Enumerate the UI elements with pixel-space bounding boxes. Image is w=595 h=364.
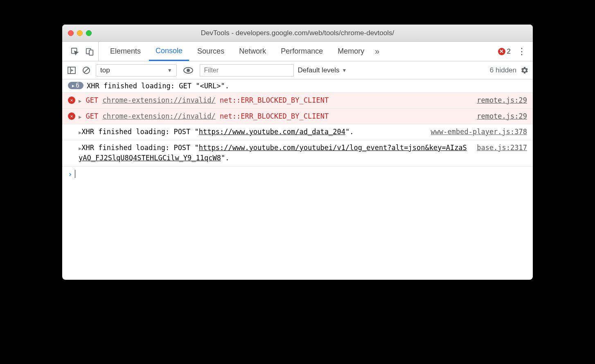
empty-area <box>62 182 533 280</box>
error-message: net::ERR_BLOCKED_BY_CLIENT <box>220 96 329 104</box>
tab-sources[interactable]: Sources <box>191 42 231 61</box>
log-text: ". <box>221 154 229 162</box>
source-link[interactable]: base.js:2317 <box>477 143 527 153</box>
tab-network[interactable]: Network <box>232 42 273 61</box>
error-badge[interactable]: ✕ 2 <box>496 47 513 56</box>
expand-icon[interactable]: ▶ <box>79 98 81 104</box>
error-icon: ✕ <box>68 97 75 104</box>
filter-input[interactable] <box>200 64 294 76</box>
device-toggle-icon[interactable] <box>85 47 94 56</box>
request-url[interactable]: chrome-extension://invalid/ <box>102 112 215 120</box>
http-method: GET <box>86 96 98 104</box>
text-cursor <box>75 170 75 178</box>
clear-console-icon[interactable] <box>81 65 92 76</box>
log-levels-select[interactable]: Default levels ▼ <box>298 66 347 74</box>
log-row-grouped[interactable]: ▶ 6 XHR finished loading: GET "<URL>". <box>62 79 533 93</box>
expand-icon[interactable]: ▶ <box>79 114 81 120</box>
log-text: XHR finished loading: POST " <box>81 144 199 152</box>
levels-label: Default levels <box>298 66 340 74</box>
source-link[interactable]: www-embed-player.js:378 <box>431 127 527 137</box>
http-method: GET <box>86 112 98 120</box>
more-tabs-icon[interactable]: » <box>372 47 382 56</box>
execution-context-select[interactable]: top ▼ <box>96 64 177 76</box>
hidden-count[interactable]: 6 hidden <box>490 66 516 74</box>
error-icon: ✕ <box>68 112 75 120</box>
tab-performance[interactable]: Performance <box>274 42 329 61</box>
error-count: 2 <box>507 47 511 56</box>
svg-marker-5 <box>71 69 73 72</box>
tab-memory[interactable]: Memory <box>331 42 371 61</box>
log-row-error[interactable]: ✕ remote.js:29 ▶ GET chrome-extension://… <box>62 109 533 125</box>
error-icon: ✕ <box>498 48 505 55</box>
inspect-icon[interactable] <box>70 47 79 56</box>
tabbar: Elements Console Sources Network Perform… <box>62 42 533 61</box>
tab-console[interactable]: Console <box>149 42 189 61</box>
prompt-icon: › <box>68 170 72 178</box>
chevron-down-icon: ▼ <box>342 67 347 73</box>
close-icon[interactable] <box>68 30 74 36</box>
log-text: XHR finished loading: POST " <box>81 128 199 136</box>
log-text: ". <box>345 128 354 136</box>
request-url[interactable]: chrome-extension://invalid/ <box>102 96 215 104</box>
context-label: top <box>100 66 110 74</box>
log-message: XHR finished loading: GET "<URL>". <box>87 82 229 90</box>
tab-elements[interactable]: Elements <box>104 42 147 61</box>
live-expression-icon[interactable] <box>181 67 196 74</box>
chevron-down-icon: ▼ <box>167 67 172 73</box>
console-log-area: ▶ 6 XHR finished loading: GET "<URL>". ✕… <box>62 79 533 280</box>
error-message: net::ERR_BLOCKED_BY_CLIENT <box>220 112 329 120</box>
console-prompt[interactable]: › <box>62 166 533 182</box>
source-link[interactable]: remote.js:29 <box>477 95 527 106</box>
log-row-error[interactable]: ✕ remote.js:29 ▶ GET chrome-extension://… <box>62 93 533 109</box>
log-row-xhr[interactable]: base.js:2317 ▶XHR finished loading: POST… <box>62 140 533 166</box>
window-title: DevTools - developers.google.com/web/too… <box>62 29 533 37</box>
request-url[interactable]: https://www.youtube.com/ad_data_204 <box>199 128 345 136</box>
settings-menu-icon[interactable]: ⋮ <box>515 46 529 57</box>
gear-icon[interactable] <box>521 66 529 74</box>
group-count-badge: ▶ 6 <box>68 82 83 89</box>
titlebar: DevTools - developers.google.com/web/too… <box>62 25 533 42</box>
devtools-window: DevTools - developers.google.com/web/too… <box>62 25 533 280</box>
console-toolbar: top ▼ Default levels ▼ 6 hidden <box>62 61 533 79</box>
log-row-xhr[interactable]: www-embed-player.js:378 ▶XHR finished lo… <box>62 124 533 140</box>
zoom-icon[interactable] <box>86 30 92 36</box>
svg-line-7 <box>84 68 88 72</box>
traffic-lights <box>68 30 92 36</box>
svg-rect-2 <box>89 50 93 55</box>
svg-point-9 <box>187 69 190 72</box>
source-link[interactable]: remote.js:29 <box>477 111 527 122</box>
minimize-icon[interactable] <box>77 30 83 36</box>
show-sidebar-icon[interactable] <box>66 65 77 76</box>
